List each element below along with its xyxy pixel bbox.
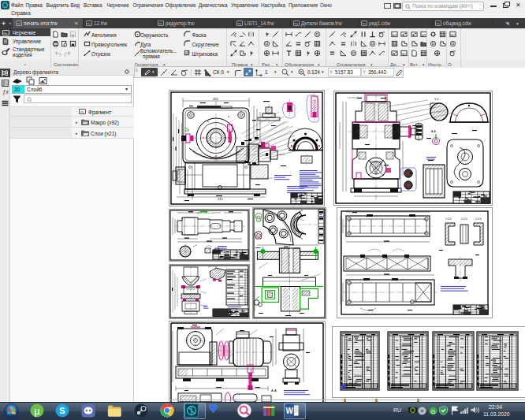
svg-text:А-А: А-А [431, 130, 437, 133]
svg-text:W: W [286, 407, 294, 415]
svg-text:А-А: А-А [271, 388, 277, 392]
svg-text:G: G [431, 408, 436, 415]
svg-text:1:2.5: 1:2.5 [445, 217, 452, 221]
svg-text:1:2.5: 1:2.5 [475, 217, 482, 221]
svg-text:µ: µ [35, 406, 40, 417]
svg-text:1:1: 1:1 [434, 97, 439, 101]
svg-text:265: 265 [213, 97, 218, 101]
svg-text:1:2.5: 1:2.5 [461, 217, 467, 221]
svg-text:S: S [59, 406, 65, 415]
svg-text:210: 210 [218, 197, 223, 201]
